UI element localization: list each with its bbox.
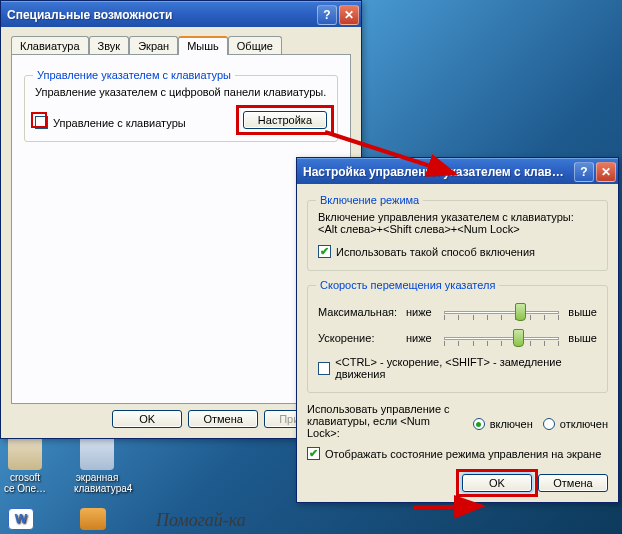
activation-desc-line1: Включение управления указателем с клавиа… [318,211,597,223]
group-description: Управление указателем с цифровой панели … [35,86,327,98]
tab-mouse[interactable]: Мышь [178,36,228,55]
desktop-icon-label: crosoft ce One… [2,472,48,494]
numlock-off-row[interactable]: отключен [543,418,608,430]
cancel-button[interactable]: Отмена [538,474,608,492]
group-legend: Управление указателем с клавиатуры [33,69,235,81]
numlock-label-a: Использовать управление с [307,403,463,415]
numlock-row: Использовать управление с клавиатуры, ес… [307,403,608,439]
use-shortcut-row[interactable]: Использовать такой способ включения [318,245,597,258]
acceleration-slider[interactable] [444,328,559,348]
svg-line-1 [413,506,482,508]
numlock-off-label: отключен [560,418,608,430]
ctrl-shift-label: <CTRL> - ускорение, <SHIFT> - замедление… [335,356,597,380]
show-state-checkbox[interactable] [307,447,320,460]
use-shortcut-checkbox[interactable] [318,245,331,258]
titlebar[interactable]: Специальные возможности ? ✕ [1,1,361,27]
ctrl-shift-checkbox[interactable] [318,362,330,375]
generic-icon [80,508,106,530]
numlock-off-radio[interactable] [543,418,555,430]
tab-sound[interactable]: Звук [89,36,130,55]
annotation-box-checkbox [31,112,47,128]
mousekeys-group: Управление указателем с клавиатуры Управ… [24,75,338,142]
keyboard-icon [80,436,114,470]
cancel-button[interactable]: Отмена [188,410,258,428]
acceleration-row: Ускорение: ниже выше [318,328,597,348]
office-icon [8,436,42,470]
show-state-label: Отображать состояние режима управления н… [325,448,601,460]
group-legend: Скорость перемещения указателя [316,279,499,291]
desktop-icon-office[interactable]: crosoft ce One… [2,436,48,494]
annotation-box-ok [456,469,538,497]
desktop-icon-keyboard[interactable]: экранная клавиатура4 [74,436,120,494]
numlock-on-row[interactable]: включен [473,418,533,430]
mousekeys-checkbox-label: Управление с клавиатуры [53,117,186,129]
word-icon: W [8,508,34,530]
close-button[interactable]: ✕ [596,162,616,182]
mark-low: ниже [406,332,438,344]
desktop-icon-word[interactable]: W [6,508,36,532]
watermark: Помогай-ка [156,510,246,531]
max-speed-label: Максимальная: [318,306,400,318]
tab-screen[interactable]: Экран [129,36,178,55]
tabstrip: Клавиатура Звук Экран Мышь Общие [11,36,351,55]
numlock-label-b: клавиатуры, если <Num Lock>: [307,415,463,439]
speed-group: Скорость перемещения указателя Максималь… [307,285,608,393]
numlock-on-radio[interactable] [473,418,485,430]
max-speed-slider[interactable] [444,302,559,322]
acceleration-label: Ускорение: [318,332,400,344]
ok-button[interactable]: OK [112,410,182,428]
close-button[interactable]: ✕ [339,5,359,25]
window-title: Настройка управления указателем с клав… [303,165,572,179]
mark-high: выше [565,306,597,318]
activation-desc-line2: <Alt слева>+<Shift слева>+<Num Lock> [318,223,597,235]
help-button[interactable]: ? [574,162,594,182]
annotation-box-settings [236,105,334,135]
help-button[interactable]: ? [317,5,337,25]
titlebar[interactable]: Настройка управления указателем с клав… … [297,158,618,184]
desktop-icon-label: экранная клавиатура4 [74,472,120,494]
tab-keyboard[interactable]: Клавиатура [11,36,89,55]
window-title: Специальные возможности [7,8,315,22]
mousekeys-checkbox-row[interactable]: Управление с клавиатуры [35,116,186,129]
mousekeys-settings-window: Настройка управления указателем с клав… … [296,157,619,503]
group-legend: Включение режима [316,194,423,206]
activation-group: Включение режима Включение управления ук… [307,200,608,271]
mark-high: выше [565,332,597,344]
show-state-row[interactable]: Отображать состояние режима управления н… [307,447,608,460]
ctrl-shift-row[interactable]: <CTRL> - ускорение, <SHIFT> - замедление… [318,356,597,380]
tab-general[interactable]: Общие [228,36,282,55]
use-shortcut-label: Использовать такой способ включения [336,246,535,258]
mark-low: ниже [406,306,438,318]
max-speed-row: Максимальная: ниже выше [318,302,597,322]
desktop-icon-generic[interactable] [78,508,108,532]
numlock-on-label: включен [490,418,533,430]
